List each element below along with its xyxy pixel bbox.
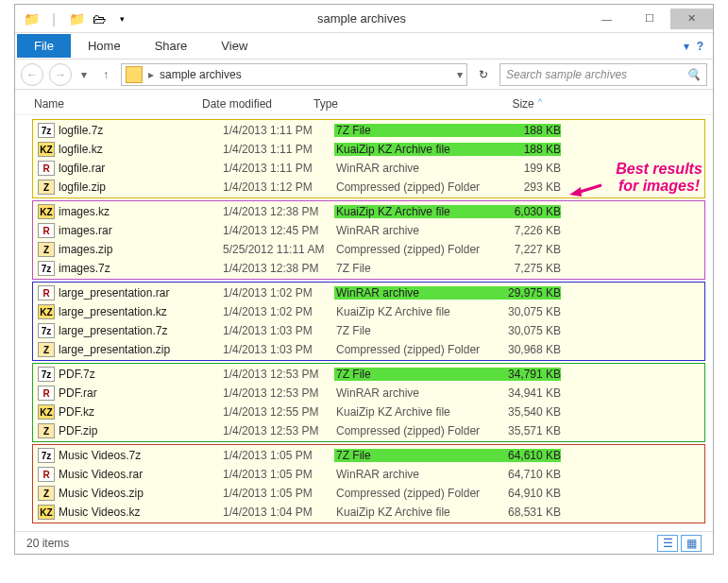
details-view-icon[interactable]: ☰ [657,535,678,552]
expand-ribbon-icon[interactable]: ▾ [684,40,689,53]
file-size: 6,030 KB [489,205,561,218]
folder-icon[interactable]: 📁 [21,9,42,29]
file-size: 188 KB [489,143,561,156]
file-type: KuaiZip KZ Archive file [334,405,489,419]
titlebar[interactable]: 📁 | 📁 🗁 ▾ sample archives — ☐ ✕ [15,5,713,33]
callout-text: Best resultsfor images! [598,161,720,196]
column-headers[interactable]: Name Date modified Type Size^ [15,90,713,115]
file-date: 1/4/2013 1:04 PM [223,506,334,519]
search-icon: 🔍 [686,68,701,81]
file-name: logfile.7z [59,124,223,137]
file-row[interactable]: Zlarge_presentation.zip1/4/2013 1:03 PMC… [34,340,703,359]
file-date: 1/4/2013 12:55 PM [223,405,334,419]
file-size: 34,791 KB [489,368,561,381]
file-name: large_presentation.rar [59,286,223,300]
file-type: WinRAR archive [334,224,489,237]
7z-file-icon: 7z [38,261,55,276]
file-size: 68,531 KB [489,506,561,519]
file-size: 7,226 KB [489,224,561,237]
file-name: logfile.rar [59,162,223,175]
file-row[interactable]: Rlarge_presentation.rar1/4/2013 1:02 PMW… [34,283,703,302]
file-row[interactable]: RMusic Videos.rar1/4/2013 1:05 PMWinRAR … [34,465,703,484]
help-icon[interactable]: ? [697,40,703,53]
file-date: 1/4/2013 1:05 PM [223,487,334,500]
file-name: large_presentation.kz [59,305,223,318]
file-name: Music Videos.kz [59,506,223,519]
file-row[interactable]: Rimages.rar1/4/2013 12:45 PMWinRAR archi… [34,221,703,240]
file-size: 29,975 KB [489,286,561,300]
nav-bar: ← → ▾ ↑ ▸ sample archives ▾ ↻ Search sam… [15,60,713,90]
file-row[interactable]: Zimages.zip5/25/2012 11:11 AMCompressed … [34,240,703,259]
item-count: 20 items [26,537,69,550]
file-date: 1/4/2013 1:11 PM [223,143,334,156]
new-folder-icon[interactable]: 📁 [66,9,87,29]
up-button[interactable]: ↑ [96,68,115,81]
file-row[interactable]: 7zimages.7z1/4/2013 12:38 PM7Z File7,275… [34,259,703,278]
breadcrumb-text[interactable]: sample archives [160,68,451,81]
kz-file-icon: KZ [38,304,55,319]
7z-file-icon: 7z [38,448,55,463]
minimize-button[interactable]: — [585,9,628,29]
file-row[interactable]: KZlarge_presentation.kz1/4/2013 1:02 PMK… [34,302,703,321]
file-size: 30,968 KB [489,343,561,356]
file-group: Rlarge_presentation.rar1/4/2013 1:02 PMW… [32,282,705,361]
refresh-button[interactable]: ↻ [473,68,494,81]
file-type: KuaiZip KZ Archive file [334,506,489,519]
file-name: Music Videos.zip [59,487,223,500]
file-row[interactable]: 7zlarge_presentation.7z1/4/2013 1:03 PM7… [34,321,703,340]
file-size: 199 KB [489,162,561,175]
file-row[interactable]: KZimages.kz1/4/2013 12:38 PMKuaiZip KZ A… [34,202,703,221]
kz-file-icon: KZ [38,142,55,157]
file-name: Music Videos.7z [59,449,223,462]
close-button[interactable]: ✕ [670,9,713,29]
arrow-icon [569,181,603,198]
file-row[interactable]: 7zMusic Videos.7z1/4/2013 1:05 PM7Z File… [34,446,703,465]
file-name: large_presentation.zip [59,343,223,356]
file-list[interactable]: Best resultsfor images! 7zlogfile.7z1/4/… [15,115,713,531]
maximize-button[interactable]: ☐ [628,9,670,29]
file-row[interactable]: KZMusic Videos.kz1/4/2013 1:04 PMKuaiZip… [34,503,703,522]
file-type: 7Z File [334,262,489,275]
recent-locations-icon[interactable]: ▾ [77,68,91,81]
col-header-size[interactable]: Size^ [468,97,542,111]
file-size: 7,275 KB [489,262,561,275]
open-icon[interactable]: 🗁 [89,9,110,29]
file-date: 1/4/2013 12:45 PM [223,224,334,237]
file-date: 1/4/2013 1:03 PM [223,343,334,356]
forward-button[interactable]: → [49,63,72,86]
col-header-name[interactable]: Name [34,97,202,111]
file-row[interactable]: KZPDF.kz1/4/2013 12:55 PMKuaiZip KZ Arch… [34,403,703,421]
back-button[interactable]: ← [21,63,43,86]
file-row[interactable]: ZPDF.zip1/4/2013 12:53 PMCompressed (zip… [34,421,703,440]
col-header-type[interactable]: Type [313,97,468,111]
customize-qat-icon[interactable]: ▾ [111,9,132,29]
icons-view-icon[interactable]: ▦ [681,535,702,552]
search-input[interactable]: Search sample archives 🔍 [499,63,707,86]
7z-file-icon: 7z [38,367,55,382]
file-size: 293 KB [489,180,561,194]
file-date: 1/4/2013 12:53 PM [223,424,334,437]
ribbon-tab-share[interactable]: Share [138,34,205,58]
file-row[interactable]: KZlogfile.kz1/4/2013 1:11 PMKuaiZip KZ A… [34,140,703,159]
ribbon-tab-view[interactable]: View [204,34,264,58]
file-row[interactable]: 7zPDF.7z1/4/2013 12:53 PM7Z File34,791 K… [34,365,703,384]
file-name: PDF.kz [59,405,223,419]
address-dropdown-icon[interactable]: ▾ [457,68,463,81]
rar-file-icon: R [38,386,55,401]
quickaccess-divider: | [43,9,64,29]
ribbon-tab-file[interactable]: File [17,34,71,58]
file-name: images.7z [59,262,223,275]
file-type: 7Z File [334,124,489,137]
file-name: PDF.rar [59,386,223,400]
file-name: large_presentation.7z [59,324,223,337]
file-date: 1/4/2013 1:02 PM [223,305,334,318]
explorer-window: 📁 | 📁 🗁 ▾ sample archives — ☐ ✕ File Hom… [14,4,714,555]
file-row[interactable]: ZMusic Videos.zip1/4/2013 1:05 PMCompres… [34,484,703,503]
ribbon-tab-home[interactable]: Home [71,34,138,58]
kz-file-icon: KZ [38,505,55,520]
file-row[interactable]: 7zlogfile.7z1/4/2013 1:11 PM7Z File188 K… [34,121,703,140]
file-date: 1/4/2013 1:02 PM [223,286,334,300]
file-row[interactable]: RPDF.rar1/4/2013 12:53 PMWinRAR archive3… [34,384,703,403]
address-bar[interactable]: ▸ sample archives ▾ [121,63,467,86]
col-header-date[interactable]: Date modified [202,97,313,111]
